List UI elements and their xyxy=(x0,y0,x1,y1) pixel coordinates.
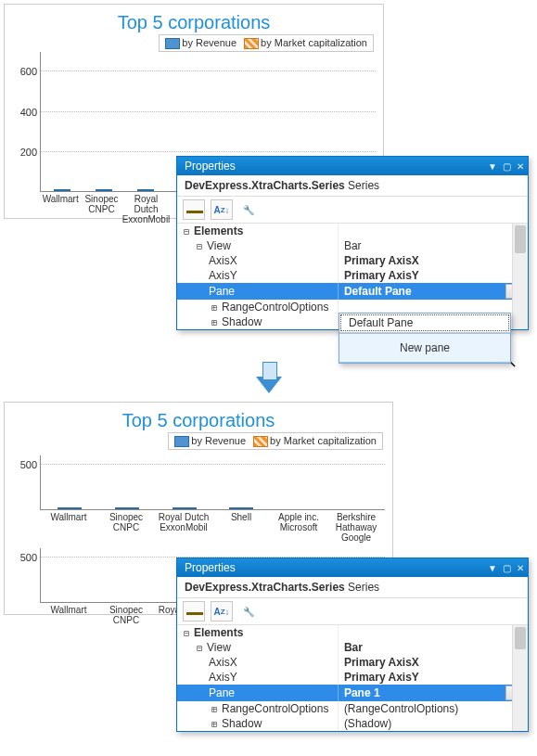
expand-icon[interactable]: ⊞ xyxy=(209,704,220,714)
pane-dropdown[interactable]: Default Pane New pane xyxy=(339,313,511,364)
panel-titlebar[interactable]: Properties ▼ ▢ ✕ xyxy=(177,157,528,175)
chart-legend: by Revenue by Market capitalization xyxy=(168,432,383,450)
legend-swatch-marketcap xyxy=(244,38,259,49)
property-row-view[interactable]: ⊟View Bar xyxy=(177,238,528,253)
dropdown-icon[interactable]: ▼ xyxy=(488,161,497,172)
property-row-axisy[interactable]: AxisY Primary AxisY xyxy=(177,670,528,685)
expand-icon[interactable]: ⊞ xyxy=(209,317,220,327)
collapse-icon[interactable]: ⊟ xyxy=(194,241,205,251)
properties-panel: Properties ▼ ▢ ✕ DevExpress.XtraCharts.S… xyxy=(176,156,529,330)
transition-arrow xyxy=(4,377,533,396)
category-row[interactable]: ⊟Elements xyxy=(177,625,528,640)
alphabetical-button[interactable]: AZ↓ xyxy=(211,601,233,621)
categorized-button[interactable]: ▬▬ xyxy=(183,601,205,621)
property-row-axisx[interactable]: AxisX Primary AxisX xyxy=(177,253,528,268)
dropdown-option-newpane[interactable]: New pane xyxy=(339,333,510,363)
property-row-pane[interactable]: Pane Pane 1 ▾ xyxy=(177,685,528,701)
legend-swatch-revenue xyxy=(165,38,180,49)
ytick: 200 xyxy=(15,147,37,158)
pin-icon[interactable]: ▢ xyxy=(503,563,511,573)
expand-icon[interactable]: ⊞ xyxy=(209,302,220,313)
property-row-axisx[interactable]: AxisX Primary AxisX xyxy=(177,655,528,670)
dropdown-icon[interactable]: ▼ xyxy=(488,563,497,573)
x-axis-labels: Wallmart Sinopec CNPC Royal Dutch ExxonM… xyxy=(40,510,385,543)
pane-default: 500 xyxy=(40,455,385,510)
object-selector[interactable]: DevExpress.XtraCharts.Series Series xyxy=(177,577,528,598)
object-selector[interactable]: DevExpress.XtraCharts.Series Series xyxy=(177,175,528,197)
chart-title: Top 5 corporations xyxy=(12,410,385,431)
vertical-scrollbar[interactable] xyxy=(512,625,528,731)
expand-icon[interactable]: ⊞ xyxy=(209,719,220,729)
pin-icon[interactable]: ▢ xyxy=(503,161,511,172)
collapse-icon[interactable]: ⊟ xyxy=(194,643,205,653)
panel-title: Properties xyxy=(185,561,236,574)
legend-label-revenue: by Revenue xyxy=(182,37,237,48)
ytick: 400 xyxy=(15,107,37,118)
chart-legend: by Revenue by Market capitalization xyxy=(159,34,374,52)
collapse-icon[interactable]: ⊟ xyxy=(181,628,192,638)
property-pages-button[interactable]: 🔧 xyxy=(238,200,259,219)
bar-revenue xyxy=(229,507,253,509)
legend-swatch-marketcap xyxy=(253,436,268,447)
property-pages-button[interactable]: 🔧 xyxy=(238,602,259,621)
bar-revenue xyxy=(173,507,197,509)
bar-revenue xyxy=(137,189,154,191)
chart-title: Top 5 corporations xyxy=(12,12,376,33)
vertical-scrollbar[interactable] xyxy=(512,224,528,329)
bar-revenue xyxy=(54,189,70,191)
category-row[interactable]: ⊟Elements xyxy=(177,224,528,238)
alphabetical-button[interactable]: AZ↓ xyxy=(211,199,233,220)
dropdown-option-default[interactable]: Default Pane xyxy=(339,314,510,332)
property-row-axisy[interactable]: AxisY Primary AxisY xyxy=(177,268,528,283)
ytick: 600 xyxy=(15,66,37,77)
bar-revenue xyxy=(115,507,139,509)
categorized-button[interactable]: ▬▬ xyxy=(183,199,205,220)
pane-value: Default Pane xyxy=(344,285,412,298)
bar-revenue xyxy=(58,507,82,509)
pane-value: Pane 1 xyxy=(344,686,380,699)
panel-titlebar[interactable]: Properties ▼ ▢ ✕ xyxy=(177,558,528,577)
legend-label-marketcap: by Market capitalization xyxy=(261,37,367,48)
legend-swatch-revenue xyxy=(174,436,189,447)
property-grid: ⊟Elements ⊟View Bar AxisX Primary AxisX … xyxy=(177,625,537,731)
property-row-pane[interactable]: Pane Default Pane ▾ xyxy=(177,283,528,300)
close-icon[interactable]: ✕ xyxy=(517,563,524,573)
collapse-icon[interactable]: ⊟ xyxy=(181,226,192,237)
properties-panel: Properties ▼ ▢ ✕ DevExpress.XtraCharts.S… xyxy=(176,557,529,732)
property-row-shadow[interactable]: ⊞Shadow (Shadow) xyxy=(177,716,528,731)
property-row-rangecontrol[interactable]: ⊞RangeControlOptions (RangeControlOption… xyxy=(177,701,528,716)
arrow-down-icon xyxy=(256,377,282,393)
property-row-view[interactable]: ⊟View Bar xyxy=(177,640,528,655)
panel-title: Properties xyxy=(185,160,236,173)
close-icon[interactable]: ✕ xyxy=(517,161,524,172)
bar-revenue xyxy=(96,189,112,191)
